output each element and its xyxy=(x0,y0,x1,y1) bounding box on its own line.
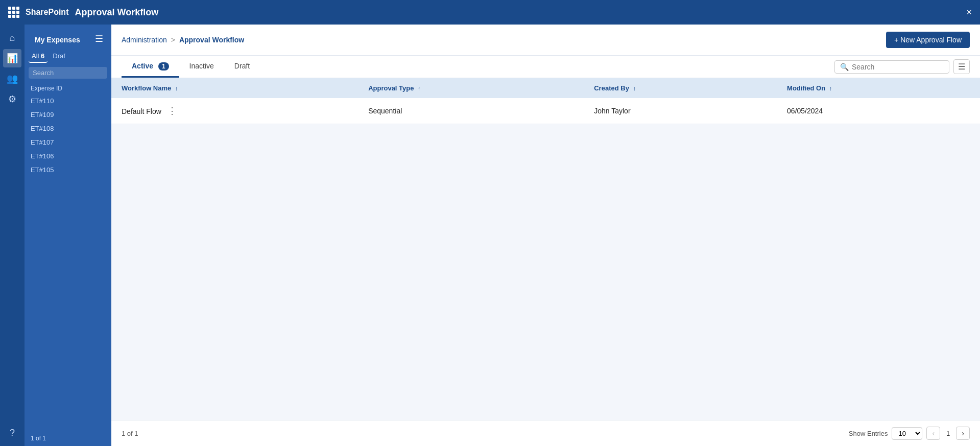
main-content: Administration > Approval Workflow + New… xyxy=(111,25,980,446)
pagination-right: Show Entries 10 25 50 100 ‹ 1 › xyxy=(849,427,970,440)
sidebar-title: My Expenses xyxy=(29,30,86,48)
sidebar-menu-icon[interactable]: ☰ xyxy=(91,31,107,46)
breadcrumb: Administration > Approval Workflow xyxy=(122,36,244,44)
tabs-bar: Active 1 Inactive Draft 🔍 ☰ xyxy=(111,56,980,78)
next-page-button[interactable]: › xyxy=(956,427,970,440)
search-input[interactable] xyxy=(852,63,944,71)
tabs: Active 1 Inactive Draft xyxy=(122,56,260,78)
row-actions-menu[interactable]: ⋮ xyxy=(163,105,181,117)
list-item[interactable]: ET#109 xyxy=(25,108,111,122)
search-box: 🔍 xyxy=(834,60,949,74)
list-item[interactable]: ET#108 xyxy=(25,122,111,135)
tab-active-badge: 1 xyxy=(158,62,169,71)
col-modified-on[interactable]: Modified On ↑ xyxy=(777,78,980,98)
cell-created-by: John Taylor xyxy=(584,98,777,124)
sidebar-tab-draft[interactable]: Draf xyxy=(50,50,68,63)
sort-arrow-approval-type: ↑ xyxy=(418,85,421,91)
tabs-right: 🔍 ☰ xyxy=(834,59,970,74)
table-row: Default Flow ⋮ Sequential John Taylor 06… xyxy=(111,98,980,124)
cell-modified-on: 06/05/2024 xyxy=(777,98,980,124)
nav-icon-people[interactable]: 👥 xyxy=(3,69,21,88)
col-created-by[interactable]: Created By ↑ xyxy=(584,78,777,98)
sidebar-tab-all[interactable]: All 6 xyxy=(29,50,47,63)
search-icon: 🔍 xyxy=(840,63,849,71)
close-button[interactable]: × xyxy=(966,7,972,18)
breadcrumb-parent[interactable]: Administration xyxy=(122,36,167,44)
list-item[interactable]: ET#106 xyxy=(25,149,111,163)
table-container: Workflow Name ↑ Approval Type ↑ Created … xyxy=(111,78,980,420)
prev-page-button[interactable]: ‹ xyxy=(926,427,940,440)
tab-active[interactable]: Active 1 xyxy=(122,56,179,78)
table-header-row: Workflow Name ↑ Approval Type ↑ Created … xyxy=(111,78,980,98)
page-number: 1 xyxy=(944,430,952,437)
cell-approval-type: Sequential xyxy=(358,98,584,124)
list-item[interactable]: ET#105 xyxy=(25,163,111,177)
new-approval-flow-button[interactable]: + New Approval Flow xyxy=(886,32,970,48)
sidebar-list: Expense ID ET#110 ET#109 ET#108 ET#107 E… xyxy=(25,83,111,431)
tab-draft[interactable]: Draft xyxy=(224,56,260,78)
nav-icons: ⌂ 📊 👥 ⚙ ? xyxy=(0,25,25,446)
breadcrumb-separator: > xyxy=(171,36,175,44)
main-layout: ⌂ 📊 👥 ⚙ ? My Expenses ☰ All 6 Draf Expen… xyxy=(0,25,980,446)
tab-inactive[interactable]: Inactive xyxy=(179,56,224,78)
pagination-info: 1 of 1 xyxy=(122,430,138,437)
filter-button[interactable]: ☰ xyxy=(953,59,970,74)
list-item[interactable]: ET#110 xyxy=(25,94,111,108)
sidebar-footer: 1 of 1 xyxy=(25,431,111,446)
entries-select[interactable]: 10 25 50 100 xyxy=(892,427,922,440)
nav-icon-analytics[interactable]: 📊 xyxy=(3,49,21,67)
waffle-icon[interactable] xyxy=(8,7,19,18)
sidebar-search-input[interactable] xyxy=(29,67,107,79)
breadcrumb-current: Approval Workflow xyxy=(179,36,244,44)
sort-arrow-workflow-name: ↑ xyxy=(175,85,178,91)
nav-icon-home[interactable]: ⌂ xyxy=(3,29,21,47)
nav-icon-help[interactable]: ? xyxy=(3,424,21,442)
sort-arrow-created-by: ↑ xyxy=(633,85,636,91)
sidebar-tabs: All 6 Draf xyxy=(25,50,111,63)
col-approval-type[interactable]: Approval Type ↑ xyxy=(358,78,584,98)
top-bar: SharePoint Approval Workflow × xyxy=(0,0,980,25)
list-item[interactable]: ET#107 xyxy=(25,135,111,149)
workflow-table: Workflow Name ↑ Approval Type ↑ Created … xyxy=(111,78,980,124)
breadcrumb-bar: Administration > Approval Workflow + New… xyxy=(111,25,980,56)
sort-arrow-modified-on: ↑ xyxy=(829,85,832,91)
cell-workflow-name: Default Flow ⋮ xyxy=(111,98,358,124)
sidebar-list-header: Expense ID xyxy=(25,83,111,94)
show-entries-label: Show Entries xyxy=(849,430,888,437)
sidebar: My Expenses ☰ All 6 Draf Expense ID ET#1… xyxy=(25,25,111,446)
nav-icon-settings[interactable]: ⚙ xyxy=(3,90,21,108)
pagination-bar: 1 of 1 Show Entries 10 25 50 100 ‹ 1 › xyxy=(111,420,980,446)
col-workflow-name[interactable]: Workflow Name ↑ xyxy=(111,78,358,98)
sharepoint-logo: SharePoint xyxy=(26,8,68,17)
page-title: Approval Workflow xyxy=(75,7,158,18)
